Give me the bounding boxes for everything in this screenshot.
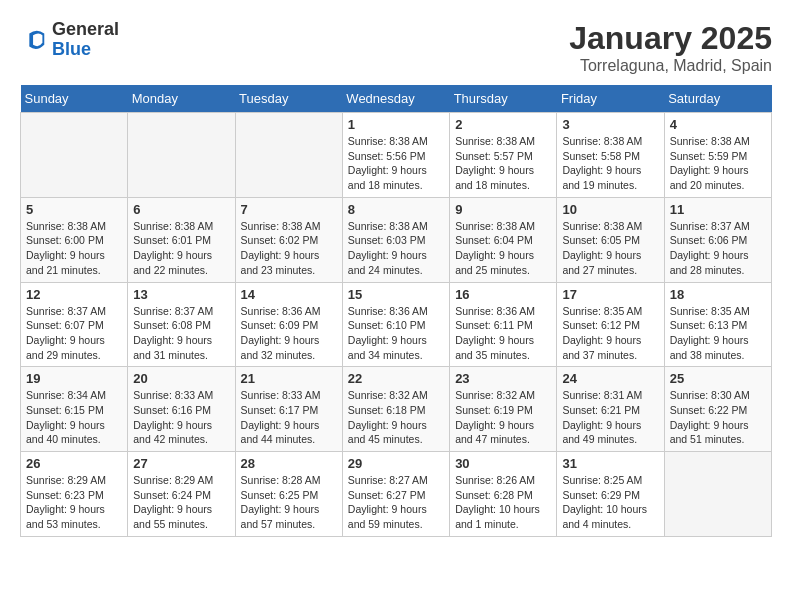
- calendar-cell: 31Sunrise: 8:25 AM Sunset: 6:29 PM Dayli…: [557, 452, 664, 537]
- day-number: 12: [26, 287, 122, 302]
- day-number: 23: [455, 371, 551, 386]
- calendar-header-wednesday: Wednesday: [342, 85, 449, 113]
- day-number: 21: [241, 371, 337, 386]
- calendar-cell: 5Sunrise: 8:38 AM Sunset: 6:00 PM Daylig…: [21, 197, 128, 282]
- day-number: 16: [455, 287, 551, 302]
- calendar-cell: 18Sunrise: 8:35 AM Sunset: 6:13 PM Dayli…: [664, 282, 771, 367]
- calendar-cell: 10Sunrise: 8:38 AM Sunset: 6:05 PM Dayli…: [557, 197, 664, 282]
- day-info: Sunrise: 8:29 AM Sunset: 6:23 PM Dayligh…: [26, 473, 122, 532]
- calendar-cell: 16Sunrise: 8:36 AM Sunset: 6:11 PM Dayli…: [450, 282, 557, 367]
- calendar-cell: 12Sunrise: 8:37 AM Sunset: 6:07 PM Dayli…: [21, 282, 128, 367]
- day-info: Sunrise: 8:28 AM Sunset: 6:25 PM Dayligh…: [241, 473, 337, 532]
- calendar-subtitle: Torrelaguna, Madrid, Spain: [569, 57, 772, 75]
- day-info: Sunrise: 8:25 AM Sunset: 6:29 PM Dayligh…: [562, 473, 658, 532]
- calendar-header-sunday: Sunday: [21, 85, 128, 113]
- day-number: 5: [26, 202, 122, 217]
- calendar-week-row: 12Sunrise: 8:37 AM Sunset: 6:07 PM Dayli…: [21, 282, 772, 367]
- page-header: General Blue January 2025 Torrelaguna, M…: [20, 20, 772, 75]
- calendar-header-monday: Monday: [128, 85, 235, 113]
- calendar-cell: 28Sunrise: 8:28 AM Sunset: 6:25 PM Dayli…: [235, 452, 342, 537]
- calendar-cell: 7Sunrise: 8:38 AM Sunset: 6:02 PM Daylig…: [235, 197, 342, 282]
- day-number: 24: [562, 371, 658, 386]
- calendar-cell: 13Sunrise: 8:37 AM Sunset: 6:08 PM Dayli…: [128, 282, 235, 367]
- day-number: 19: [26, 371, 122, 386]
- calendar-title: January 2025: [569, 20, 772, 57]
- calendar-week-row: 1Sunrise: 8:38 AM Sunset: 5:56 PM Daylig…: [21, 113, 772, 198]
- day-info: Sunrise: 8:26 AM Sunset: 6:28 PM Dayligh…: [455, 473, 551, 532]
- day-info: Sunrise: 8:30 AM Sunset: 6:22 PM Dayligh…: [670, 388, 766, 447]
- calendar-header-thursday: Thursday: [450, 85, 557, 113]
- calendar-cell: 29Sunrise: 8:27 AM Sunset: 6:27 PM Dayli…: [342, 452, 449, 537]
- day-number: 27: [133, 456, 229, 471]
- calendar-header-friday: Friday: [557, 85, 664, 113]
- day-info: Sunrise: 8:36 AM Sunset: 6:11 PM Dayligh…: [455, 304, 551, 363]
- calendar-week-row: 5Sunrise: 8:38 AM Sunset: 6:00 PM Daylig…: [21, 197, 772, 282]
- calendar-cell: 24Sunrise: 8:31 AM Sunset: 6:21 PM Dayli…: [557, 367, 664, 452]
- title-block: January 2025 Torrelaguna, Madrid, Spain: [569, 20, 772, 75]
- calendar-cell: [21, 113, 128, 198]
- day-number: 31: [562, 456, 658, 471]
- day-info: Sunrise: 8:32 AM Sunset: 6:19 PM Dayligh…: [455, 388, 551, 447]
- day-info: Sunrise: 8:38 AM Sunset: 5:59 PM Dayligh…: [670, 134, 766, 193]
- day-number: 9: [455, 202, 551, 217]
- day-number: 17: [562, 287, 658, 302]
- calendar-cell: 8Sunrise: 8:38 AM Sunset: 6:03 PM Daylig…: [342, 197, 449, 282]
- calendar-cell: [128, 113, 235, 198]
- day-info: Sunrise: 8:36 AM Sunset: 6:09 PM Dayligh…: [241, 304, 337, 363]
- day-number: 26: [26, 456, 122, 471]
- day-number: 10: [562, 202, 658, 217]
- calendar-cell: [235, 113, 342, 198]
- calendar-header-row: SundayMondayTuesdayWednesdayThursdayFrid…: [21, 85, 772, 113]
- calendar-cell: 1Sunrise: 8:38 AM Sunset: 5:56 PM Daylig…: [342, 113, 449, 198]
- calendar-table: SundayMondayTuesdayWednesdayThursdayFrid…: [20, 85, 772, 537]
- day-info: Sunrise: 8:35 AM Sunset: 6:13 PM Dayligh…: [670, 304, 766, 363]
- day-info: Sunrise: 8:32 AM Sunset: 6:18 PM Dayligh…: [348, 388, 444, 447]
- calendar-cell: 3Sunrise: 8:38 AM Sunset: 5:58 PM Daylig…: [557, 113, 664, 198]
- calendar-cell: 30Sunrise: 8:26 AM Sunset: 6:28 PM Dayli…: [450, 452, 557, 537]
- day-number: 18: [670, 287, 766, 302]
- calendar-week-row: 26Sunrise: 8:29 AM Sunset: 6:23 PM Dayli…: [21, 452, 772, 537]
- calendar-cell: 2Sunrise: 8:38 AM Sunset: 5:57 PM Daylig…: [450, 113, 557, 198]
- day-info: Sunrise: 8:37 AM Sunset: 6:07 PM Dayligh…: [26, 304, 122, 363]
- day-info: Sunrise: 8:29 AM Sunset: 6:24 PM Dayligh…: [133, 473, 229, 532]
- day-info: Sunrise: 8:33 AM Sunset: 6:17 PM Dayligh…: [241, 388, 337, 447]
- calendar-cell: 15Sunrise: 8:36 AM Sunset: 6:10 PM Dayli…: [342, 282, 449, 367]
- day-number: 29: [348, 456, 444, 471]
- day-number: 14: [241, 287, 337, 302]
- day-number: 8: [348, 202, 444, 217]
- calendar-header-tuesday: Tuesday: [235, 85, 342, 113]
- calendar-cell: 19Sunrise: 8:34 AM Sunset: 6:15 PM Dayli…: [21, 367, 128, 452]
- calendar-cell: 4Sunrise: 8:38 AM Sunset: 5:59 PM Daylig…: [664, 113, 771, 198]
- calendar-header-saturday: Saturday: [664, 85, 771, 113]
- day-number: 30: [455, 456, 551, 471]
- day-number: 15: [348, 287, 444, 302]
- calendar-cell: 25Sunrise: 8:30 AM Sunset: 6:22 PM Dayli…: [664, 367, 771, 452]
- day-info: Sunrise: 8:38 AM Sunset: 5:56 PM Dayligh…: [348, 134, 444, 193]
- calendar-cell: 11Sunrise: 8:37 AM Sunset: 6:06 PM Dayli…: [664, 197, 771, 282]
- day-info: Sunrise: 8:38 AM Sunset: 5:58 PM Dayligh…: [562, 134, 658, 193]
- day-number: 2: [455, 117, 551, 132]
- calendar-cell: [664, 452, 771, 537]
- calendar-cell: 26Sunrise: 8:29 AM Sunset: 6:23 PM Dayli…: [21, 452, 128, 537]
- day-info: Sunrise: 8:36 AM Sunset: 6:10 PM Dayligh…: [348, 304, 444, 363]
- calendar-cell: 23Sunrise: 8:32 AM Sunset: 6:19 PM Dayli…: [450, 367, 557, 452]
- day-number: 3: [562, 117, 658, 132]
- day-info: Sunrise: 8:38 AM Sunset: 5:57 PM Dayligh…: [455, 134, 551, 193]
- calendar-cell: 14Sunrise: 8:36 AM Sunset: 6:09 PM Dayli…: [235, 282, 342, 367]
- calendar-week-row: 19Sunrise: 8:34 AM Sunset: 6:15 PM Dayli…: [21, 367, 772, 452]
- day-number: 6: [133, 202, 229, 217]
- calendar-cell: 27Sunrise: 8:29 AM Sunset: 6:24 PM Dayli…: [128, 452, 235, 537]
- logo: General Blue: [20, 20, 119, 60]
- day-info: Sunrise: 8:34 AM Sunset: 6:15 PM Dayligh…: [26, 388, 122, 447]
- day-number: 20: [133, 371, 229, 386]
- day-info: Sunrise: 8:38 AM Sunset: 6:03 PM Dayligh…: [348, 219, 444, 278]
- day-number: 13: [133, 287, 229, 302]
- day-info: Sunrise: 8:38 AM Sunset: 6:02 PM Dayligh…: [241, 219, 337, 278]
- day-info: Sunrise: 8:31 AM Sunset: 6:21 PM Dayligh…: [562, 388, 658, 447]
- calendar-cell: 6Sunrise: 8:38 AM Sunset: 6:01 PM Daylig…: [128, 197, 235, 282]
- day-info: Sunrise: 8:38 AM Sunset: 6:05 PM Dayligh…: [562, 219, 658, 278]
- day-number: 22: [348, 371, 444, 386]
- day-number: 4: [670, 117, 766, 132]
- calendar-cell: 9Sunrise: 8:38 AM Sunset: 6:04 PM Daylig…: [450, 197, 557, 282]
- day-number: 28: [241, 456, 337, 471]
